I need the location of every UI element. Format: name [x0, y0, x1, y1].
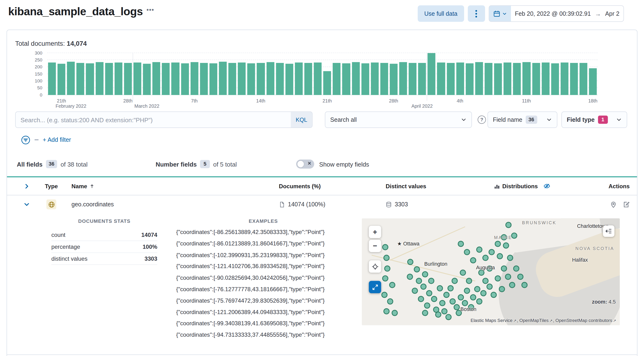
histogram-bar[interactable]: [418, 63, 426, 95]
date-picker-calendar-button[interactable]: [489, 6, 511, 22]
histogram-plot[interactable]: 21th28th7th14th21th28th4th11th18thFebrua…: [47, 53, 598, 95]
histogram-bar[interactable]: [447, 63, 454, 95]
documents-histogram[interactable]: 050100150200250300 21th28th7th14th21th28…: [15, 53, 598, 95]
histogram-bar[interactable]: [219, 62, 227, 95]
histogram-bar[interactable]: [181, 63, 189, 95]
histogram-bar[interactable]: [570, 63, 578, 95]
y-axis-label: 150: [35, 72, 42, 76]
histogram-bar[interactable]: [371, 63, 379, 95]
histogram-bar[interactable]: [466, 63, 474, 95]
histogram-bar[interactable]: [437, 62, 445, 95]
histogram-bar[interactable]: [134, 62, 141, 95]
filter-icon[interactable]: [21, 135, 30, 145]
histogram-bar[interactable]: [266, 62, 274, 95]
field-name-filter[interactable]: Field name 36: [488, 111, 557, 128]
map-attribution-link[interactable]: OpenMapTiles: [519, 318, 548, 323]
histogram-bar[interactable]: [323, 71, 331, 95]
histogram-bar[interactable]: [390, 64, 398, 95]
histogram-bar[interactable]: [399, 62, 407, 95]
map-data-point: [513, 265, 519, 272]
histogram-bar[interactable]: [314, 63, 322, 95]
map-locate-button[interactable]: [369, 260, 381, 273]
show-empty-fields-label[interactable]: Show empty fields: [319, 161, 369, 167]
histogram-bar[interactable]: [542, 63, 550, 95]
histogram-bar[interactable]: [409, 63, 416, 95]
map-data-point: [422, 310, 428, 316]
histogram-bar[interactable]: [589, 68, 597, 95]
histogram-bar[interactable]: [247, 63, 255, 95]
edit-field-button[interactable]: [622, 201, 630, 208]
histogram-bar[interactable]: [86, 63, 94, 95]
map-zoom-in-button[interactable]: +: [369, 226, 381, 238]
histogram-bar[interactable]: [58, 64, 66, 95]
histogram-bar[interactable]: [475, 62, 483, 95]
column-header-name[interactable]: Name: [64, 183, 272, 190]
histogram-bar[interactable]: [380, 63, 388, 95]
search-all-select[interactable]: Search all: [325, 111, 472, 128]
histogram-bar[interactable]: [513, 63, 521, 95]
histogram-bar[interactable]: [342, 63, 350, 95]
histogram-bar[interactable]: [361, 63, 369, 95]
map-expand-button[interactable]: [369, 281, 381, 293]
histogram-bar[interactable]: [428, 53, 436, 95]
date-range-start[interactable]: Feb 20, 2022 @ 00:39:02.91: [511, 10, 595, 17]
show-empty-fields-toggle[interactable]: ✕: [296, 160, 314, 169]
histogram-bar[interactable]: [190, 62, 198, 95]
histogram-bar[interactable]: [456, 63, 464, 95]
histogram-bar[interactable]: [143, 64, 151, 95]
histogram-bar[interactable]: [162, 63, 170, 95]
histogram-bar[interactable]: [285, 64, 293, 95]
date-range-end[interactable]: Apr 2: [601, 10, 624, 17]
coordinates-map[interactable]: BRUNSWICKCharlottetownMAINE★ OttawaNOVA …: [362, 218, 620, 325]
histogram-bar[interactable]: [523, 62, 530, 95]
use-full-data-button[interactable]: Use full data: [418, 5, 464, 22]
histogram-bar[interactable]: [333, 63, 340, 95]
histogram-bar[interactable]: [238, 63, 246, 95]
histogram-bar[interactable]: [200, 63, 208, 95]
add-filter-button[interactable]: + Add filter: [42, 136, 71, 143]
search-input[interactable]: [16, 112, 291, 127]
histogram-bar[interactable]: [561, 62, 568, 95]
histogram-bar[interactable]: [67, 62, 75, 95]
view-in-maps-button[interactable]: [610, 201, 617, 208]
histogram-bar[interactable]: [484, 63, 492, 95]
histogram-bar[interactable]: [228, 63, 236, 95]
collapse-row-chevron-down-icon[interactable]: [23, 201, 30, 208]
histogram-bar[interactable]: [532, 63, 540, 95]
more-options-button[interactable]: [468, 5, 485, 22]
map-legend-toggle-button[interactable]: [603, 225, 614, 237]
histogram-bar[interactable]: [580, 63, 587, 95]
distinct-values-count: 3303: [394, 201, 408, 208]
histogram-bar[interactable]: [152, 62, 160, 95]
histogram-bar[interactable]: [504, 63, 512, 95]
histogram-bar[interactable]: [171, 63, 179, 95]
histogram-bar[interactable]: [77, 63, 84, 95]
histogram-bar[interactable]: [352, 62, 360, 95]
histogram-bar[interactable]: [105, 63, 113, 95]
title-options-icon[interactable]: •••: [146, 6, 154, 13]
map-data-point: [428, 278, 434, 284]
histogram-bar[interactable]: [276, 63, 284, 95]
map-attribution-link[interactable]: OpenStreetMap contributors: [556, 318, 612, 323]
map-attribution-link[interactable]: Elastic Maps Service: [470, 318, 512, 323]
header-controls: Use full data Feb 20, 2022 @ 00:39:02.91…: [418, 5, 624, 22]
histogram-bar[interactable]: [295, 62, 303, 95]
map-place-label: ★ Ottawa: [397, 241, 420, 247]
field-type-filter[interactable]: Field type 1: [562, 111, 627, 128]
histogram-bar[interactable]: [551, 63, 559, 95]
help-icon[interactable]: ?: [478, 116, 486, 124]
histogram-bar[interactable]: [257, 63, 265, 95]
histogram-bar[interactable]: [124, 63, 132, 95]
histogram-bar[interactable]: [48, 63, 56, 95]
kql-badge[interactable]: KQL: [291, 112, 312, 127]
histogram-bar[interactable]: [304, 63, 312, 95]
x-axis-label: 21th: [57, 98, 66, 103]
expand-all-chevron-right-icon[interactable]: [23, 183, 30, 190]
map-zoom-out-button[interactable]: −: [369, 240, 381, 252]
sort-ascending-icon: [90, 184, 94, 189]
histogram-bar[interactable]: [114, 63, 122, 95]
hide-distributions-button[interactable]: [544, 183, 550, 190]
histogram-bar[interactable]: [494, 63, 502, 95]
histogram-bar[interactable]: [210, 63, 217, 95]
histogram-bar[interactable]: [96, 62, 103, 95]
